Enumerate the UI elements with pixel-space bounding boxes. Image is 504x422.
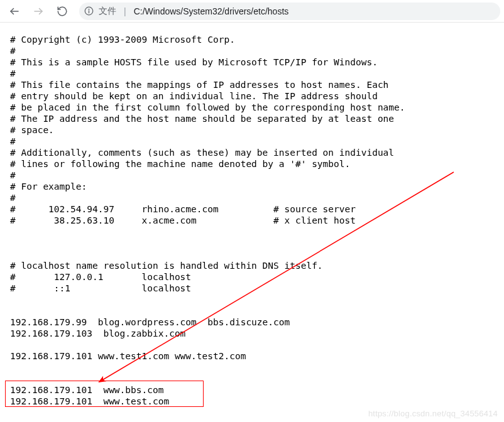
site-info-button[interactable] — [84, 6, 94, 16]
svg-point-4 — [89, 9, 89, 9]
file-content: # Copyright (c) 1993-2009 Microsoft Corp… — [0, 23, 504, 407]
forward-button[interactable] — [28, 2, 49, 21]
info-icon — [84, 6, 94, 16]
back-button[interactable] — [4, 2, 25, 21]
reload-button[interactable] — [52, 2, 73, 21]
url-separator: | — [124, 6, 126, 16]
reload-icon — [57, 6, 68, 17]
arrow-right-icon — [33, 6, 44, 17]
watermark-text: https://blog.csdn.net/qq_34556414 — [368, 409, 498, 418]
address-bar[interactable]: 文件 | C:/Windows/System32/drivers/etc/hos… — [79, 3, 500, 20]
url-path: C:/Windows/System32/drivers/etc/hosts — [134, 6, 289, 16]
url-scheme-label: 文件 — [99, 6, 116, 17]
arrow-left-icon — [9, 6, 20, 17]
browser-toolbar: 文件 | C:/Windows/System32/drivers/etc/hos… — [0, 0, 504, 23]
